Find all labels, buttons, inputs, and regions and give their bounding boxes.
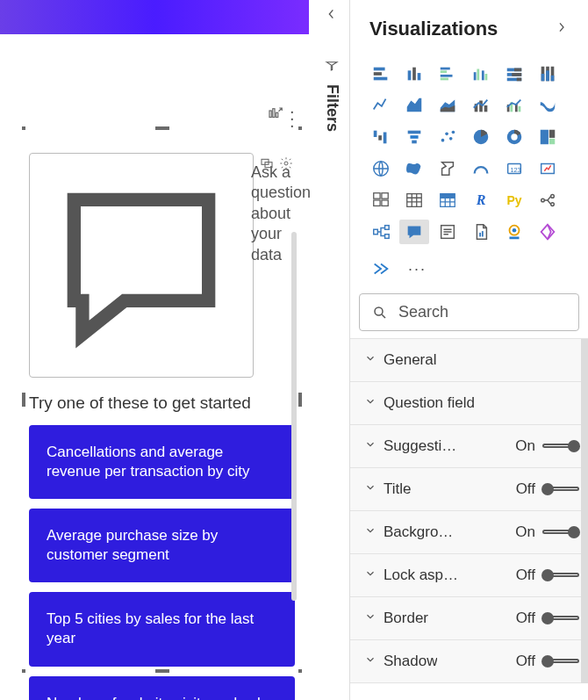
viz-treemap[interactable]	[533, 125, 563, 149]
svg-rect-21	[514, 69, 521, 72]
viz-clustered-column[interactable]	[466, 61, 496, 86]
toggle-switch[interactable]	[542, 569, 579, 581]
viz-waterfall[interactable]	[366, 125, 396, 149]
toggle-switch[interactable]	[542, 612, 579, 624]
viz-donut[interactable]	[499, 125, 529, 149]
svg-rect-31	[551, 76, 555, 81]
resize-handle[interactable]	[22, 393, 25, 407]
format-section[interactable]: Backgro…On	[350, 511, 588, 554]
viz-map[interactable]	[366, 156, 396, 181]
format-section-label: Suggesti…	[384, 437, 456, 455]
format-section[interactable]: Lock asp…Off	[350, 554, 588, 597]
suggestion-item[interactable]: Top 5 cities by sales for the last year	[29, 592, 295, 666]
viz-line-stacked-column[interactable]	[466, 93, 496, 118]
viz-filled-map[interactable]	[399, 156, 429, 181]
viz-shape-map[interactable]	[433, 156, 463, 181]
viz-matrix[interactable]	[433, 188, 463, 213]
viz-powerapps[interactable]	[533, 220, 563, 244]
format-section[interactable]: General	[350, 339, 588, 382]
svg-rect-8	[374, 77, 388, 81]
resize-handle[interactable]	[22, 126, 25, 130]
format-search-input[interactable]: Search	[359, 293, 579, 331]
filters-pane-collapsed: Filters	[314, 0, 349, 700]
format-section-label: Question field	[384, 394, 475, 412]
suggestion-item[interactable]: Average purchase size by customer segmen…	[29, 509, 295, 582]
resize-handle[interactable]	[298, 126, 302, 130]
viz-paginated[interactable]	[466, 220, 496, 244]
viz-qna[interactable]	[399, 220, 429, 244]
svg-rect-42	[408, 131, 421, 134]
svg-rect-33	[479, 101, 483, 112]
viz-clustered-bar[interactable]	[433, 61, 463, 86]
report-canvas[interactable]: · · ·	[0, 0, 314, 700]
svg-rect-60	[382, 193, 388, 198]
viz-line[interactable]	[366, 93, 396, 118]
viz-pie[interactable]	[466, 125, 496, 149]
qna-visual[interactable]: Ask a question about your data Try one o…	[24, 128, 300, 671]
focus-mode-icon[interactable]	[267, 105, 283, 125]
format-section-list: GeneralQuestion fieldSuggesti…OnTitleOff…	[350, 338, 588, 683]
viz-card[interactable]: 123	[499, 156, 529, 181]
visualizations-pane: Visualizations 123RPy ··· Search General…	[349, 0, 588, 700]
viz-decomposition-tree[interactable]	[366, 220, 396, 244]
expand-pane-icon[interactable]	[555, 20, 569, 38]
svg-rect-65	[441, 194, 455, 198]
svg-rect-29	[546, 70, 549, 81]
resize-handle[interactable]	[155, 126, 169, 130]
viz-power-automate[interactable]	[366, 256, 396, 281]
format-section[interactable]: Question field	[350, 382, 588, 425]
toggle-switch[interactable]	[542, 655, 579, 668]
viz-100-stacked-column[interactable]	[533, 61, 563, 86]
qna-subheading: Try one of these to get started	[29, 393, 295, 413]
resize-handle[interactable]	[298, 669, 302, 673]
viz-stacked-bar[interactable]	[366, 61, 396, 86]
format-section[interactable]: BorderOff	[350, 597, 588, 640]
viz-scatter[interactable]	[433, 125, 463, 149]
toggle-switch[interactable]	[542, 483, 579, 495]
viz-stacked-area[interactable]	[433, 93, 463, 118]
viz-multi-card[interactable]	[366, 188, 396, 213]
more-options-icon[interactable]: · · ·	[290, 107, 305, 123]
toggle-switch[interactable]	[542, 440, 579, 452]
viz-gauge[interactable]	[466, 156, 496, 181]
chevron-down-icon	[364, 524, 376, 540]
viz-key-influencers[interactable]	[533, 188, 563, 213]
svg-rect-34	[484, 105, 488, 112]
viz-narrative[interactable]	[433, 220, 463, 244]
svg-point-66	[541, 198, 545, 202]
resize-handle[interactable]	[22, 669, 25, 673]
gear-icon[interactable]	[279, 156, 293, 174]
format-search-placeholder: Search	[398, 303, 448, 321]
toggle-switch[interactable]	[542, 526, 579, 538]
viz-arcgis[interactable]	[499, 220, 529, 244]
format-section[interactable]: ShadowOff	[350, 640, 588, 683]
viz-table[interactable]	[399, 188, 429, 213]
format-scrollbar[interactable]	[581, 339, 588, 683]
viz-py-visual[interactable]: Py	[499, 188, 529, 213]
viz-r-visual[interactable]: R	[466, 188, 496, 213]
suggestion-item[interactable]: Cancellations and average revenue per tr…	[29, 425, 295, 499]
suggestion-scrollbar[interactable]	[291, 232, 297, 601]
viz-line-clustered-column[interactable]	[499, 93, 529, 118]
svg-rect-1	[273, 109, 275, 118]
viz-100-stacked-bar[interactable]	[499, 61, 529, 86]
svg-rect-6	[374, 68, 385, 71]
format-section[interactable]: Suggesti…On	[350, 425, 588, 468]
viz-ribbon[interactable]	[533, 93, 563, 118]
resize-handle[interactable]	[298, 393, 302, 407]
svg-rect-11	[418, 73, 421, 80]
svg-rect-18	[482, 70, 484, 80]
viz-area[interactable]	[399, 93, 429, 118]
format-section[interactable]: TitleOff	[350, 468, 588, 511]
more-visuals-icon[interactable]: ···	[408, 260, 427, 278]
collapse-filters-icon[interactable]	[325, 7, 339, 25]
suggestion-list: Cancellations and average revenue per tr…	[29, 425, 295, 700]
suggestion-item[interactable]: Number of website visits and sales amoun…	[29, 676, 295, 700]
filters-funnel-icon[interactable]	[325, 60, 339, 77]
viz-funnel[interactable]	[399, 125, 429, 149]
qna-question-input[interactable]: Ask a question about your data	[29, 153, 254, 378]
viz-kpi[interactable]	[533, 156, 563, 181]
convert-visual-icon[interactable]	[260, 156, 274, 174]
viz-stacked-column[interactable]	[399, 61, 429, 86]
format-section-label: Border	[384, 610, 428, 627]
